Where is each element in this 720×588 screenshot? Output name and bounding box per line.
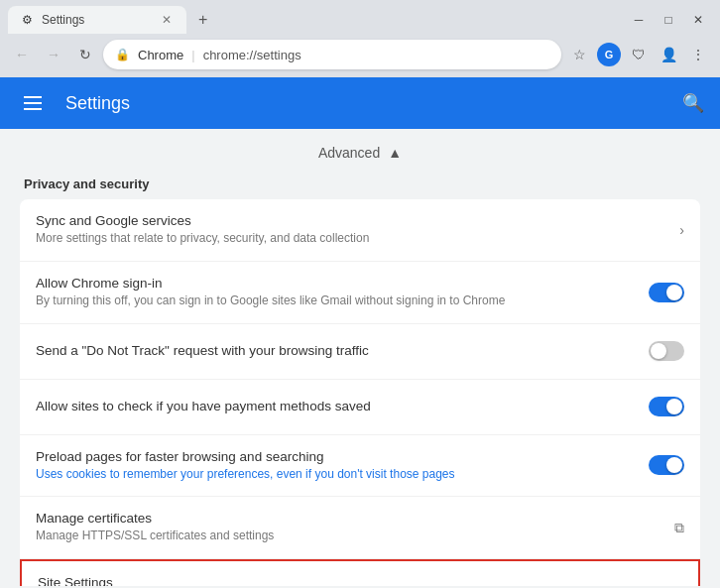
chevron-icon-sync: › [679,222,684,238]
lock-icon: 🔒 [115,48,130,61]
tab-title-text: Settings [42,13,151,27]
item-desc-preload: Uses cookies to remember your preference… [36,466,649,483]
app-header: Settings 🔍 [0,77,720,129]
profile-icon-g[interactable]: G [595,41,623,68]
item-title-certificates: Manage certificates [36,511,674,526]
item-title-signin: Allow Chrome sign-in [36,276,649,291]
settings-item-certificates[interactable]: Manage certificates Manage HTTPS/SSL cer… [20,497,700,559]
account-icon[interactable]: 👤 [655,41,682,68]
url-path: chrome://settings [203,48,301,62]
minimize-button[interactable]: ─ [625,9,653,31]
item-desc-signin: By turning this off, you can sign in to … [36,293,649,309]
browser-tab[interactable]: ⚙ Settings ✕ [8,6,186,34]
back-button[interactable]: ← [8,41,36,68]
section-title-privacy: Privacy and security [20,176,700,191]
url-bar[interactable]: 🔒 Chrome | chrome://settings [103,40,561,69]
browser-titlebar: ⚙ Settings ✕ + ─ □ ✕ ← → ↻ 🔒 Chrome | ch… [0,0,720,77]
toggle-preload[interactable] [649,455,684,475]
window-controls: ─ □ ✕ [625,9,712,31]
close-window-button[interactable]: ✕ [684,9,712,31]
settings-item-site-settings[interactable]: Site Settings Control what information w… [20,559,700,586]
item-title-sync: Sync and Google services [36,213,679,228]
advanced-label: Advanced [318,145,380,161]
url-domain: Chrome [138,48,183,62]
item-title-preload: Preload pages for faster browsing and se… [36,449,649,464]
settings-item-sync[interactable]: Sync and Google services More settings t… [20,199,700,262]
url-separator: | [191,48,194,62]
advanced-arrow: ▲ [388,145,402,161]
ext-link-icon-certificates: ⧉ [674,520,684,536]
chevron-icon-site-settings: › [677,584,682,586]
settings-item-dnt[interactable]: Send a "Do Not Track" request with your … [20,324,700,380]
item-desc-certificates: Manage HTTPS/SSL certificates and settin… [36,528,674,544]
search-icon[interactable]: 🔍 [682,92,704,114]
maximize-button[interactable]: □ [655,9,682,31]
hamburger-menu[interactable] [16,88,50,118]
address-bar-container: ← → ↻ 🔒 Chrome | chrome://settings ☆ G 🛡… [0,34,720,77]
main-content: Advanced ▲ Privacy and security Sync and… [0,129,720,586]
item-title-payment: Allow sites to check if you have payment… [36,399,649,413]
item-title-site-settings: Site Settings [38,575,677,586]
toggle-payment[interactable] [649,397,684,416]
more-menu-icon[interactable]: ⋮ [684,41,712,68]
advanced-section-toggle[interactable]: Advanced ▲ [20,145,700,161]
toggle-signin[interactable] [649,283,684,302]
page-title: Settings [65,93,666,114]
shield-icon[interactable]: 🛡 [625,41,653,68]
settings-item-preload[interactable]: Preload pages for faster browsing and se… [20,435,700,498]
forward-button[interactable]: → [40,41,67,68]
privacy-settings-card: Sync and Google services More settings t… [20,199,700,586]
item-desc-sync: More settings that relate to privacy, se… [36,230,679,247]
toggle-dnt[interactable] [649,341,684,361]
refresh-button[interactable]: ↻ [71,41,99,68]
address-actions: ☆ G 🛡 👤 ⋮ [565,41,712,68]
bookmark-icon[interactable]: ☆ [565,41,593,68]
tab-favicon: ⚙ [20,13,34,27]
item-title-dnt: Send a "Do Not Track" request with your … [36,343,649,358]
new-tab-button[interactable]: + [190,6,215,34]
settings-item-signin[interactable]: Allow Chrome sign-in By turning this off… [20,262,700,324]
tab-close-button[interactable]: ✕ [159,12,175,28]
settings-item-payment[interactable]: Allow sites to check if you have payment… [20,380,700,435]
